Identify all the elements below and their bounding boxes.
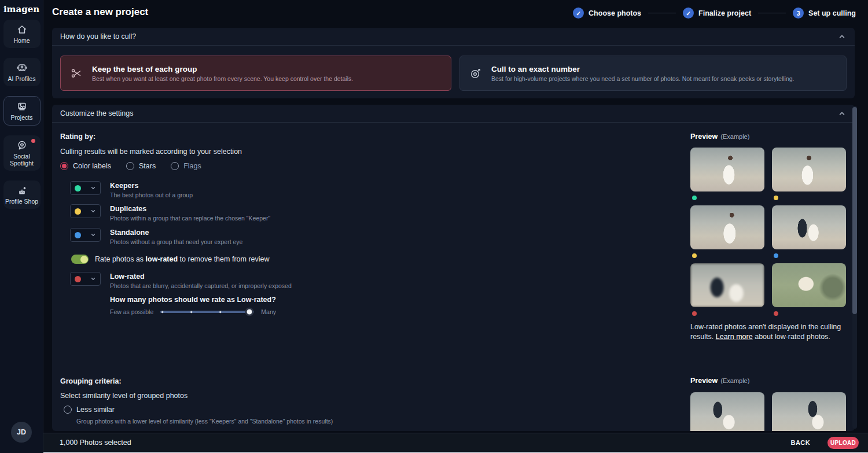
rating-by-label: Rating by:: [60, 132, 95, 141]
back-button[interactable]: BACK: [786, 437, 815, 448]
cull-option-exact-number[interactable]: Cull to an exact number Best for high-vo…: [459, 56, 847, 91]
preview-photo-cell: [690, 205, 764, 258]
cull-panel-title: How do you like to cull?: [60, 32, 136, 40]
collapse-chevron-icon[interactable]: [837, 32, 847, 41]
rating-description: Culling results will be marked according…: [60, 148, 242, 156]
profile-shop-icon: [16, 185, 28, 196]
step-set-up-culling[interactable]: 3 Set up culling: [793, 8, 856, 19]
radio-icon: [64, 406, 72, 414]
scrollbar-track[interactable]: [852, 106, 857, 429]
color-dot: [75, 185, 81, 191]
cull-mode-panel: How do you like to cull? Keep the best o…: [52, 28, 855, 98]
label-dot: [774, 196, 778, 200]
step-number: 3: [793, 8, 804, 19]
category-row-keepers: Keepers The best photos out of a group: [70, 181, 193, 198]
color-dot: [75, 208, 81, 215]
chevron-down-icon: [90, 208, 96, 214]
social-spotlight-icon: [16, 139, 28, 151]
preview-photo-grid: [690, 148, 846, 316]
slider-tick: [219, 311, 222, 313]
settings-panel: Customize the settings Rating by: Cullin…: [52, 105, 855, 431]
low-rated-color-select[interactable]: [70, 272, 101, 286]
collapse-chevron-icon[interactable]: [837, 109, 847, 118]
preview-photo: [690, 263, 764, 307]
radio-stars[interactable]: Stars: [126, 162, 156, 170]
label-dot: [774, 253, 778, 258]
slider-tick: [190, 311, 193, 313]
color-dot: [75, 276, 81, 282]
home-icon: [16, 24, 28, 35]
category-text: Keepers The best photos out of a group: [110, 181, 193, 198]
chevron-down-icon: [90, 232, 96, 238]
chevron-down-icon: [90, 185, 96, 191]
category-text: Low-rated Photos that are blurry, accide…: [110, 272, 292, 289]
sidebar-item-profile-shop[interactable]: Profile Shop: [3, 181, 41, 209]
app-window: imagen Home AI Profiles Projects Social …: [0, 0, 868, 453]
stepper: ✓ Choose photos ✓ Finalize project 3 Set…: [573, 8, 856, 19]
preview-photo: [690, 205, 764, 249]
radio-color-labels[interactable]: Color labels: [60, 162, 111, 170]
target-icon: [469, 67, 482, 80]
chevron-down-icon: [90, 276, 96, 282]
sidebar-item-home[interactable]: Home: [3, 20, 41, 48]
page-title: Create a new project: [52, 6, 148, 18]
imagen-logo[interactable]: imagen: [0, 4, 43, 14]
slider-tick: [161, 311, 164, 313]
sidebar-item-social-spotlight[interactable]: Social Spotlight: [3, 135, 41, 171]
low-rated-slider[interactable]: [160, 311, 254, 313]
low-rated-toggle-label: Rate photos as low-rated to remove them …: [95, 255, 270, 263]
learn-more-link[interactable]: Learn more: [716, 333, 753, 341]
preview-photo: [772, 263, 846, 307]
low-rated-question: How many photos should we rate as Low-ra…: [110, 296, 276, 304]
step-check-icon: ✓: [683, 8, 694, 19]
preview-photo: [772, 392, 846, 431]
label-dot: [774, 311, 778, 316]
cull-option-keep-best[interactable]: Keep the best of each group Best when yo…: [60, 56, 451, 91]
radio-less-similar[interactable]: Less similar: [64, 406, 115, 414]
sidebar-nav: Home AI Profiles Projects Social Spotlig…: [0, 20, 43, 209]
preview-photo: [772, 205, 846, 249]
preview-photo-cell: [772, 205, 846, 258]
low-rated-note: Low-rated photos aren't displayed in the…: [690, 322, 855, 342]
standalone-color-select[interactable]: [70, 228, 101, 242]
step-finalize-project[interactable]: ✓ Finalize project: [683, 8, 751, 19]
step-connector: [758, 13, 786, 13]
label-dot: [692, 196, 697, 200]
cull-option-text: Keep the best of each group Best when yo…: [92, 65, 353, 82]
step-choose-photos[interactable]: ✓ Choose photos: [573, 8, 641, 19]
sidebar-item-ai-profiles[interactable]: AI Profiles: [3, 58, 41, 86]
sidebar-item-label: Projects: [11, 114, 33, 121]
low-rated-toggle-row: Rate photos as low-rated to remove them …: [71, 255, 270, 264]
slider-handle[interactable]: [245, 308, 254, 316]
slider-min-label: Few as possible: [110, 308, 153, 315]
preview-photo-cell: [772, 263, 846, 316]
radio-icon: [60, 162, 68, 170]
category-text: Duplicates Photos within a group that ca…: [110, 204, 270, 222]
preview-photo-cell: [772, 148, 846, 200]
sidebar-item-label: Profile Shop: [5, 198, 38, 205]
duplicates-color-select[interactable]: [70, 204, 101, 218]
low-rated-toggle[interactable]: [71, 255, 89, 264]
sidebar-item-label: Social Spotlight: [5, 153, 39, 167]
sidebar: imagen Home AI Profiles Projects Social …: [0, 0, 43, 453]
category-row-duplicates: Duplicates Photos within a group that ca…: [70, 204, 270, 222]
step-check-icon: ✓: [573, 8, 584, 19]
preview-photo-cell: [690, 263, 764, 316]
settings-panel-header[interactable]: Customize the settings: [52, 105, 855, 123]
notification-dot: [31, 139, 35, 143]
radio-icon: [171, 162, 179, 170]
radio-flags[interactable]: Flags: [171, 162, 201, 170]
scrollbar-thumb[interactable]: [852, 107, 857, 314]
scissors-icon: [70, 67, 83, 80]
preview-photo: [772, 148, 846, 191]
rating-mode-radios: Color labels Stars Flags: [60, 162, 201, 170]
preview2-photo-row: [690, 392, 846, 431]
sidebar-item-projects[interactable]: Projects: [3, 96, 41, 126]
cull-panel-header[interactable]: How do you like to cull?: [52, 28, 855, 46]
photos-selected-status: 1,000 Photos selected: [60, 439, 131, 447]
projects-icon: [16, 101, 28, 112]
cull-option-text: Cull to an exact number Best for high-vo…: [491, 65, 795, 82]
user-avatar[interactable]: JD: [11, 422, 32, 443]
keepers-color-select[interactable]: [70, 181, 101, 195]
upload-button[interactable]: UPLOAD: [827, 437, 859, 449]
